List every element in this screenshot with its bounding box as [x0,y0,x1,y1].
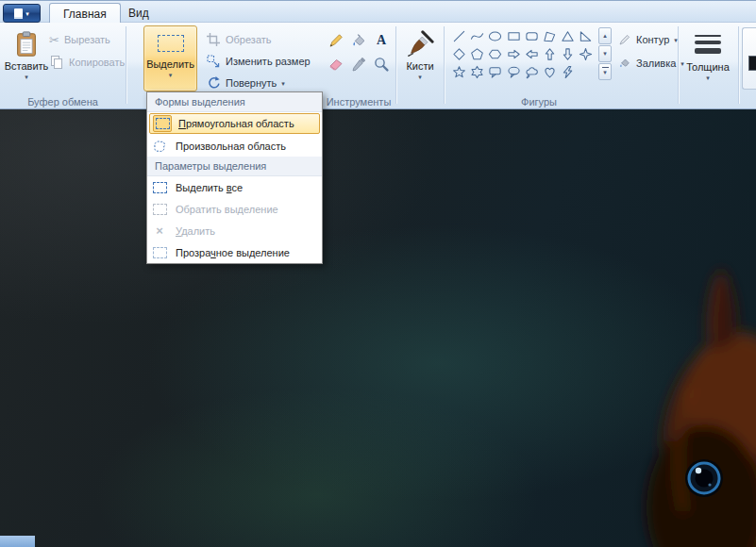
select-dropdown-menu: Формы выделения Прямоугольная область Пр… [146,91,323,264]
shape-rectangle-icon[interactable] [505,27,523,45]
crop-icon [206,32,221,47]
shape-star-5-icon[interactable] [450,63,468,81]
menu-item-label: Удалить [176,225,215,237]
shape-curve-icon[interactable] [468,27,486,45]
tab-view-label: Вид [128,7,149,20]
menu-item-freeform-selection[interactable]: Произвольная область [147,135,322,157]
menu-item-label: Произвольная область [176,141,286,152]
select-all-icon [150,179,169,196]
fill-tool-button[interactable] [348,30,369,51]
group-divider [738,26,739,104]
eraser-tool-button[interactable] [326,54,346,75]
chevron-down-icon [706,75,710,81]
delete-icon [150,223,169,240]
pencil-tool-button[interactable] [326,30,346,51]
resize-label: Изменить размер [226,56,311,67]
resize-icon [206,54,221,69]
shape-arrow-down-icon[interactable] [559,45,577,63]
resize-button[interactable]: Изменить размер [206,52,311,71]
paste-button[interactable]: Вставить [6,27,47,95]
group-shapes: Контур Заливка Фигуры [445,23,678,108]
chevron-down-icon [169,72,173,78]
menu-item-label: Прозрачное выделение [176,247,290,258]
text-tool-button[interactable] [371,30,392,51]
shape-fill-button[interactable]: Заливка [618,54,684,73]
size-button[interactable]: Толщина [683,27,732,95]
tab-home[interactable]: Главная [49,3,121,24]
group-clipboard-label: Буфер обмена [0,96,126,108]
rotate-button[interactable]: Повернуть [206,74,285,92]
invert-selection-icon [150,201,169,218]
shape-star-4-icon[interactable] [577,45,595,63]
shape-arrow-left-icon[interactable] [523,45,541,63]
magnifier-icon [373,56,390,73]
fill-bucket-icon [618,57,631,70]
select-label: Выделить [146,58,194,70]
brushes-label: Кисти [406,60,433,72]
shape-diamond-icon[interactable] [450,45,468,63]
copy-button[interactable]: Копировать [49,53,125,72]
menu-item-rectangular-selection[interactable]: Прямоугольная область [149,113,320,134]
shape-oval-icon[interactable] [486,27,504,45]
size-label: Толщина [686,61,730,73]
shape-rounded-rectangle-icon[interactable] [523,27,541,45]
menu-item-label: Прямоугольная область [178,118,294,129]
shapes-grid [450,27,596,81]
crop-button[interactable]: Обрезать [206,30,272,49]
tab-view[interactable]: Вид [115,3,162,23]
tab-home-label: Главная [63,8,107,21]
document-icon [14,8,23,19]
shape-callout-rounded-icon[interactable] [486,63,504,81]
chevron-down-icon [25,10,29,17]
ribbon: Вставить Вырезать Копировать Буфер обмен… [0,23,756,109]
shape-pentagon-icon[interactable] [468,45,486,63]
clipboard-icon [12,30,41,58]
shapes-scroll-down-button[interactable] [598,45,612,62]
color-swatch [748,56,756,71]
eyedropper-icon [350,56,367,73]
shape-callout-cloud-icon[interactable] [523,63,541,81]
shape-lightning-icon[interactable] [559,63,577,81]
freeform-selection-icon [150,138,169,155]
menu-section-header: Параметры выделения [147,157,322,176]
shape-polygon-icon[interactable] [541,27,559,45]
cut-button[interactable]: Вырезать [49,30,110,49]
rectangular-selection-icon [153,115,172,132]
select-button[interactable]: Выделить [143,25,197,91]
outline-button[interactable]: Контур [618,30,678,49]
menu-item-transparent-selection[interactable]: Прозрачное выделение [147,241,322,263]
shapes-more-button[interactable] [598,63,612,80]
application-menu-button[interactable] [3,4,41,23]
pencil-icon [328,32,344,49]
canvas[interactable] [0,109,756,547]
shape-triangle-icon[interactable] [559,27,577,45]
menu-item-select-all[interactable]: Выделить все [147,176,322,198]
menu-item-invert-selection[interactable]: Обратить выделение [147,198,322,220]
shape-line-icon[interactable] [450,27,468,45]
squirrel-eye [685,459,723,497]
shape-heart-icon[interactable] [541,63,559,81]
shape-callout-oval-icon[interactable] [505,63,523,81]
outline-label: Контур [636,34,669,45]
shape-star-6-icon[interactable] [468,63,486,81]
color-picker-tool-button[interactable] [348,54,369,75]
brushes-button[interactable]: Кисти [399,27,441,95]
crop-label: Обрезать [226,34,272,45]
magnifier-tool-button[interactable] [371,54,392,75]
shape-right-triangle-icon[interactable] [577,27,595,45]
color1-button-partial[interactable] [742,27,756,90]
cut-label: Вырезать [64,34,110,45]
shapes-scroll-buttons [598,27,612,80]
menu-item-label: Обратить выделение [176,204,278,215]
text-tool-icon [377,33,386,48]
shape-arrow-up-icon[interactable] [541,45,559,63]
shape-hexagon-icon[interactable] [486,45,504,63]
shapes-scroll-up-button[interactable] [598,27,612,44]
menu-item-delete[interactable]: Удалить [147,220,322,241]
line-thickness-icon [695,35,721,54]
shape-arrow-right-icon[interactable] [505,45,523,63]
shape-fill-label: Заливка [636,58,676,69]
group-brushes: Кисти [396,23,444,108]
canvas-image-squirrel [614,255,756,547]
fill-bucket-icon [350,32,367,49]
